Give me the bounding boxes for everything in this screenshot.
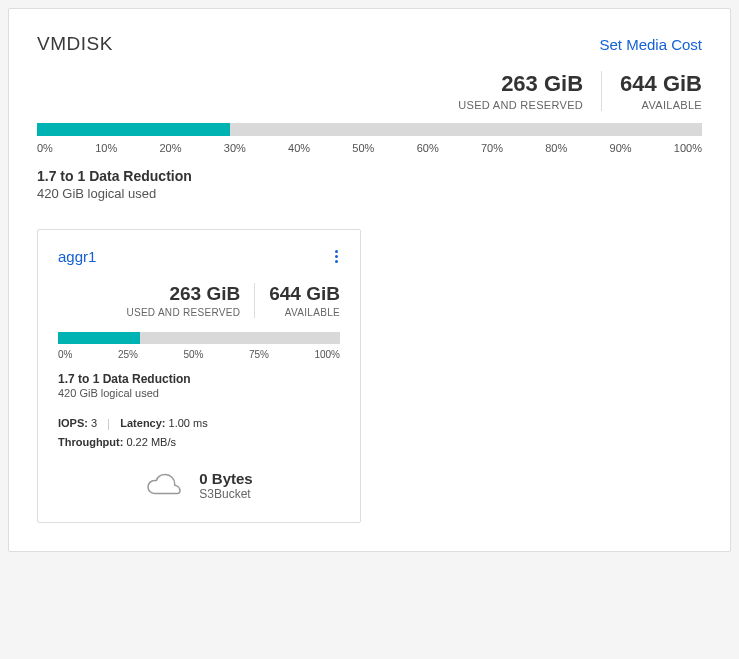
latency-label: Latency: <box>120 417 165 429</box>
tick: 80% <box>545 142 567 154</box>
aggr-available-block: 644 GiB AVAILABLE <box>254 283 340 318</box>
used-reserved-block: 263 GiB USED AND RESERVED <box>440 71 601 111</box>
logical-used: 420 GiB logical used <box>37 186 702 201</box>
available-value: 644 GiB <box>620 71 702 97</box>
aggr-available-value: 644 GiB <box>269 283 340 305</box>
tick: 90% <box>610 142 632 154</box>
tick: 40% <box>288 142 310 154</box>
tick: 70% <box>481 142 503 154</box>
used-label: USED AND RESERVED <box>458 99 583 111</box>
header-row: VMDISK Set Media Cost <box>37 33 702 55</box>
used-value: 263 GiB <box>458 71 583 97</box>
available-block: 644 GiB AVAILABLE <box>601 71 702 111</box>
iops-label: IOPS: <box>58 417 88 429</box>
main-progress-fill <box>37 123 230 136</box>
cloud-row: 0 Bytes S3Bucket <box>58 470 340 502</box>
data-reduction: 1.7 to 1 Data Reduction <box>37 168 702 184</box>
latency-value: 1.00 ms <box>169 417 208 429</box>
tick: 25% <box>118 349 138 360</box>
cloud-bytes: 0 Bytes <box>199 470 252 487</box>
tick: 10% <box>95 142 117 154</box>
aggregate-header: aggr1 <box>58 248 340 265</box>
available-label: AVAILABLE <box>620 99 702 111</box>
throughput-label: Throughput: <box>58 436 123 448</box>
main-progress-bar <box>37 123 702 136</box>
cloud-bucket: S3Bucket <box>199 487 252 501</box>
perf-row-1: IOPS: 3 Latency: 1.00 ms <box>58 417 340 430</box>
main-stats: 263 GiB USED AND RESERVED 644 GiB AVAILA… <box>37 71 702 111</box>
aggregate-card: aggr1 263 GiB USED AND RESERVED 644 GiB … <box>37 229 361 523</box>
tick: 75% <box>249 349 269 360</box>
throughput-value: 0.22 MB/s <box>126 436 176 448</box>
tick: 30% <box>224 142 246 154</box>
main-ticks: 0% 10% 20% 30% 40% 50% 60% 70% 80% 90% 1… <box>37 142 702 154</box>
aggr-used-value: 263 GiB <box>126 283 240 305</box>
aggr-ticks: 0% 25% 50% 75% 100% <box>58 349 340 360</box>
iops-value: 3 <box>91 417 97 429</box>
tick: 20% <box>159 142 181 154</box>
aggr-used-label: USED AND RESERVED <box>126 307 240 318</box>
tick: 100% <box>314 349 340 360</box>
vmdisk-card: VMDISK Set Media Cost 263 GiB USED AND R… <box>8 8 731 552</box>
aggr-data-reduction: 1.7 to 1 Data Reduction <box>58 372 340 386</box>
kebab-menu-icon[interactable] <box>333 248 340 265</box>
tick: 0% <box>37 142 53 154</box>
perf-row-2: Throughput: 0.22 MB/s <box>58 436 340 448</box>
aggr-used-block: 263 GiB USED AND RESERVED <box>112 283 254 318</box>
aggr-logical-used: 420 GiB logical used <box>58 387 340 399</box>
page-title: VMDISK <box>37 33 113 55</box>
tick: 0% <box>58 349 72 360</box>
cloud-text: 0 Bytes S3Bucket <box>199 470 252 501</box>
aggregate-name-link[interactable]: aggr1 <box>58 248 96 265</box>
cloud-icon <box>145 470 183 502</box>
aggregate-stats: 263 GiB USED AND RESERVED 644 GiB AVAILA… <box>58 283 340 318</box>
aggr-progress-bar <box>58 332 340 344</box>
set-media-cost-link[interactable]: Set Media Cost <box>599 36 702 53</box>
tick: 50% <box>183 349 203 360</box>
divider <box>108 419 109 430</box>
tick: 50% <box>352 142 374 154</box>
tick: 100% <box>674 142 702 154</box>
aggr-available-label: AVAILABLE <box>269 307 340 318</box>
tick: 60% <box>417 142 439 154</box>
aggr-progress-fill <box>58 332 140 344</box>
